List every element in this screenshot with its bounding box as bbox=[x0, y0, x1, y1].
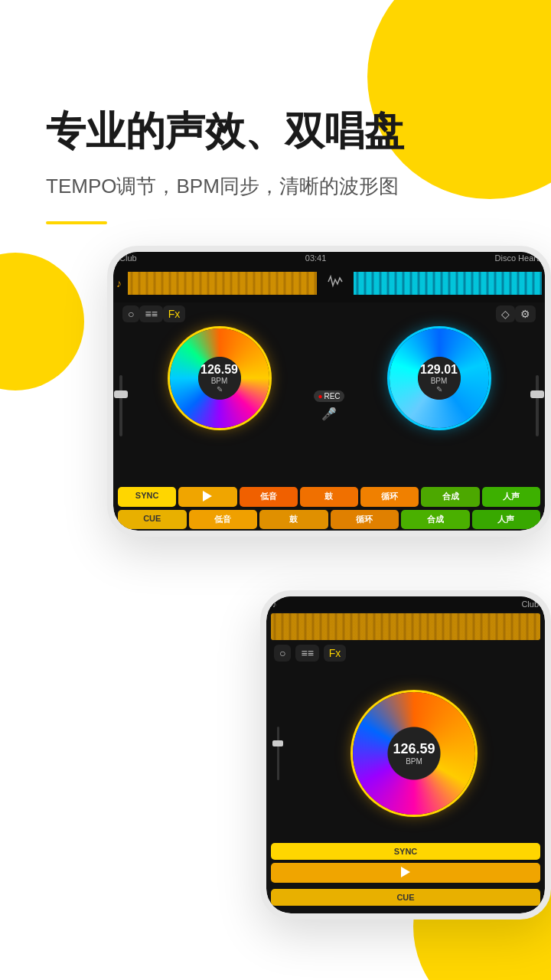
waveform-center-icon bbox=[320, 273, 350, 294]
header-section: 专业的声效、双唱盘 TEMPO调节，BPM同步，清晰的波形图 bbox=[0, 0, 551, 200]
ctrl-circle[interactable]: ○ bbox=[122, 305, 139, 322]
main-phone-mockup: Club 03:41 Disco Heart ♪ ○ bbox=[107, 246, 551, 537]
cue-button[interactable]: CUE bbox=[118, 510, 187, 529]
second-phone-mockup: ♪ Club ○ ≡≡ Fx bbox=[260, 590, 551, 920]
mic-icon[interactable]: 🎤 bbox=[321, 407, 337, 421]
decks-area: 126.59 BPM ✎ ●REC 🎤 bbox=[113, 325, 545, 485]
dj-app-ui-mini: ♪ Club ○ ≡≡ Fx bbox=[266, 596, 545, 913]
drum-button-bottom[interactable]: 鼓 bbox=[259, 510, 328, 529]
synth-button-bottom[interactable]: 合成 bbox=[401, 510, 470, 529]
ctrl-gear[interactable]: ⚙ bbox=[515, 305, 536, 322]
rec-button[interactable]: ●REC bbox=[314, 390, 344, 402]
vinyl-right: 129.01 BPM ✎ bbox=[390, 328, 489, 428]
track-left-time: 03:41 bbox=[305, 253, 327, 263]
controls-row: ○ ≡≡ Fx ◇ ⚙ bbox=[113, 302, 545, 325]
mini-ctrl-eq[interactable]: ≡≡ bbox=[295, 645, 318, 662]
track-left-name: Club bbox=[119, 253, 137, 263]
mini-cue-button[interactable]: CUE bbox=[271, 889, 540, 906]
dj-app-ui: Club 03:41 Disco Heart ♪ ○ bbox=[113, 252, 545, 531]
vinyl-right-bpm-label: BPM bbox=[420, 377, 458, 385]
vinyl-left-center: 126.59 BPM ✎ bbox=[201, 363, 238, 394]
loop-button-bottom[interactable]: 循环 bbox=[331, 510, 399, 529]
deck-right: 129.01 BPM ✎ bbox=[348, 328, 530, 482]
deck-left: 126.59 BPM ✎ bbox=[129, 328, 310, 482]
vinyl-right-bpm: 129.01 bbox=[420, 363, 458, 377]
track-labels-row: Club 03:41 Disco Heart bbox=[113, 252, 545, 264]
right-fader[interactable] bbox=[530, 328, 545, 482]
button-row-1: SYNC 低音 鼓 循环 合成 人声 bbox=[113, 485, 545, 508]
bass-button-top[interactable]: 低音 bbox=[240, 487, 298, 507]
mini-ctrl-fx[interactable]: Fx bbox=[324, 645, 347, 662]
bass-button-bottom[interactable]: 低音 bbox=[189, 510, 258, 529]
waveform-right bbox=[354, 272, 543, 295]
sub-title: TEMPO调节，BPM同步，清晰的波形图 bbox=[46, 173, 505, 200]
middle-col: ●REC 🎤 bbox=[310, 328, 348, 482]
mini-track-name: Club bbox=[521, 599, 539, 609]
drum-button-top[interactable]: 鼓 bbox=[300, 487, 358, 507]
button-row-2: CUE 低音 鼓 循环 合成 人声 bbox=[113, 508, 545, 531]
vinyl-right-center: 129.01 BPM ✎ bbox=[420, 363, 458, 394]
main-title: 专业的声效、双唱盘 bbox=[46, 107, 505, 155]
right-fader-track bbox=[536, 375, 539, 436]
main-phone-area: Club 03:41 Disco Heart ♪ ○ bbox=[0, 246, 551, 575]
second-phone-area: ♪ Club ○ ≡≡ Fx bbox=[0, 590, 551, 920]
divider-line bbox=[46, 221, 107, 224]
mini-sync-button[interactable]: SYNC bbox=[271, 843, 540, 860]
loop-button-top[interactable]: 循环 bbox=[360, 487, 419, 507]
mini-play-icon bbox=[401, 867, 410, 877]
mini-play-button[interactable] bbox=[271, 863, 540, 883]
ctrl-diamond[interactable]: ◇ bbox=[496, 305, 515, 322]
left-fader-knob bbox=[114, 390, 128, 398]
mini-button-row-3: CUE bbox=[266, 887, 545, 907]
main-phone-screen: Club 03:41 Disco Heart ♪ ○ bbox=[113, 252, 545, 531]
mini-button-row-2 bbox=[266, 861, 545, 884]
right-fader-knob bbox=[530, 390, 544, 398]
play-button[interactable] bbox=[178, 487, 236, 507]
vinyl-left-bpm-label: BPM bbox=[201, 377, 238, 385]
sync-button[interactable]: SYNC bbox=[118, 487, 176, 507]
second-phone-screen: ♪ Club ○ ≡≡ Fx bbox=[266, 596, 545, 913]
left-fader[interactable] bbox=[113, 328, 129, 482]
vocal-button-top[interactable]: 人声 bbox=[482, 487, 540, 507]
vocal-button-bottom[interactable]: 人声 bbox=[472, 510, 541, 529]
waveform-bar: ♪ bbox=[113, 264, 545, 302]
mini-vinyl: 126.59 BPM bbox=[353, 692, 475, 815]
ctrl-fx[interactable]: Fx bbox=[163, 305, 186, 322]
mini-ctrl-circle[interactable]: ○ bbox=[274, 645, 291, 662]
mini-button-row-1: SYNC bbox=[266, 841, 545, 861]
waveform-left bbox=[128, 272, 317, 295]
vinyl-left: 126.59 BPM ✎ bbox=[170, 328, 269, 428]
track-right-name: Disco Heart bbox=[495, 253, 539, 263]
left-fader-track bbox=[119, 375, 122, 436]
page-content: 专业的声效、双唱盘 TEMPO调节，BPM同步，清晰的波形图 Club 03:4… bbox=[0, 0, 551, 920]
play-icon bbox=[203, 491, 212, 501]
vinyl-left-bpm: 126.59 bbox=[201, 363, 238, 377]
ctrl-eq[interactable]: ≡≡ bbox=[139, 305, 162, 322]
synth-button-top[interactable]: 合成 bbox=[421, 487, 479, 507]
